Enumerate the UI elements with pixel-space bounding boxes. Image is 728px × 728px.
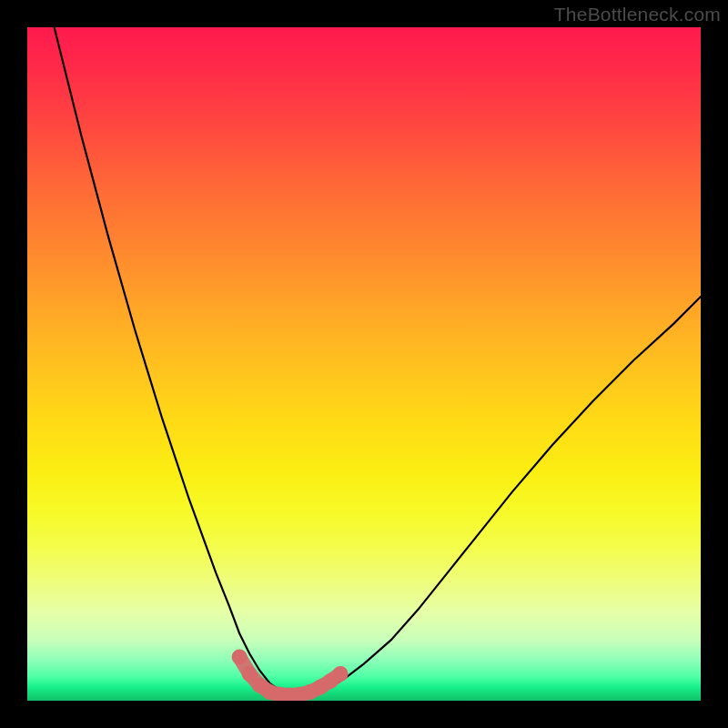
chart-frame: TheBottleneck.com <box>0 0 728 728</box>
plot-area <box>27 27 701 701</box>
watermark-text: TheBottleneck.com <box>554 4 721 25</box>
svg-point-0 <box>232 649 248 664</box>
svg-point-10 <box>333 666 349 682</box>
chart-svg <box>27 27 701 701</box>
bottleneck-curve <box>55 27 701 697</box>
optimal-band-markers <box>232 649 349 701</box>
